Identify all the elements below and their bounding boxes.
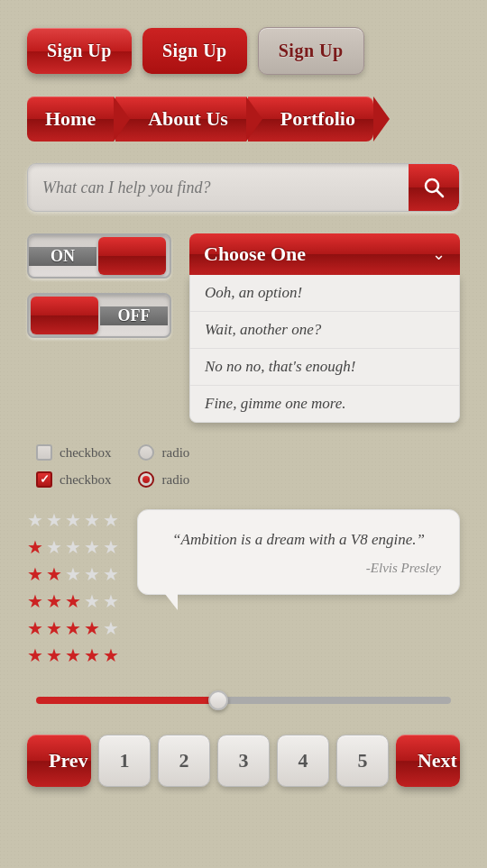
star-5[interactable]: ★ (103, 590, 119, 612)
search-input[interactable] (28, 164, 409, 211)
controls-row: ON OFF Choose One ⌄ Ooh, an option! Wait… (27, 233, 460, 423)
toggle-off-inner: OFF (29, 295, 170, 336)
toggle-off[interactable]: OFF (27, 293, 171, 338)
radio-unchecked-dot (138, 444, 154, 461)
breadcrumb-portfolio[interactable]: Portfolio (248, 96, 373, 142)
toggle-off-label: OFF (100, 306, 168, 325)
star-2[interactable]: ★ (46, 509, 62, 531)
page-button-1[interactable]: 1 (98, 735, 151, 787)
star-2[interactable]: ★ (46, 590, 62, 612)
star-1[interactable]: ★ (27, 644, 43, 666)
toggle-on[interactable]: ON (27, 233, 171, 279)
star-4[interactable]: ★ (84, 617, 100, 639)
star-row-1: ★ ★ ★ ★ ★ (27, 536, 119, 558)
star-4[interactable]: ★ (84, 563, 100, 585)
star-1[interactable]: ★ (27, 617, 43, 639)
checkbox-unchecked-label: checkbox (60, 445, 111, 461)
star-1[interactable]: ★ (27, 590, 43, 612)
toggle-off-knob (31, 297, 98, 334)
star-3[interactable]: ★ (65, 563, 81, 585)
checkbox-column: checkbox checkbox (36, 444, 111, 488)
signup-button-1[interactable]: Sign Up (27, 28, 132, 74)
dropdown-item-3[interactable]: No no no, that's enough! (190, 349, 459, 386)
toggle-on-label: ON (29, 247, 96, 266)
star-1[interactable]: ★ (27, 536, 43, 558)
page-button-5[interactable]: 5 (336, 735, 389, 787)
star-3[interactable]: ★ (65, 536, 81, 558)
star-row-4: ★ ★ ★ ★ ★ (27, 617, 119, 639)
breadcrumb-about-label: About Us (148, 107, 228, 131)
star-3[interactable]: ★ (65, 644, 81, 666)
dropdown-list: Ooh, an option! Wait, another one? No no… (189, 275, 460, 423)
search-button[interactable] (409, 164, 459, 211)
quote-bubble: “Ambition is a dream with a V8 engine.” … (137, 509, 460, 595)
svg-line-1 (437, 191, 444, 197)
radio-unchecked-label: radio (161, 445, 189, 461)
dropdown-header[interactable]: Choose One ⌄ (189, 233, 460, 275)
check-radio-row: checkbox checkbox radio radio (27, 444, 460, 488)
star-4[interactable]: ★ (84, 536, 100, 558)
stars-column: ★ ★ ★ ★ ★ ★ ★ ★ ★ ★ ★ ★ ★ ★ ★ ★ ★ ★ ★ ★ (27, 509, 119, 666)
slider-thumb[interactable] (208, 690, 228, 710)
dropdown-item-2[interactable]: Wait, another one? (190, 312, 459, 349)
prev-button[interactable]: Prev (27, 735, 91, 787)
chevron-down-icon: ⌄ (432, 244, 446, 264)
star-4[interactable]: ★ (84, 644, 100, 666)
star-row-5: ★ ★ ★ ★ ★ (27, 644, 119, 666)
breadcrumb: Home About Us Portfolio (27, 96, 460, 142)
toggle-on-inner: ON (29, 235, 170, 277)
checkbox-unchecked[interactable]: checkbox (36, 444, 111, 461)
star-5[interactable]: ★ (103, 644, 119, 666)
breadcrumb-home-label: Home (45, 107, 96, 131)
checkbox-checked-box (36, 471, 52, 488)
checkbox-checked[interactable]: checkbox (36, 471, 111, 488)
star-2[interactable]: ★ (46, 644, 62, 666)
star-3[interactable]: ★ (65, 617, 81, 639)
dropdown-title: Choose One (204, 242, 306, 266)
star-4[interactable]: ★ (84, 590, 100, 612)
quote-author: -Elvis Presley (156, 561, 441, 576)
star-2[interactable]: ★ (46, 536, 62, 558)
star-3[interactable]: ★ (65, 509, 81, 531)
page-button-4[interactable]: 4 (277, 735, 329, 787)
dropdown-item-1[interactable]: Ooh, an option! (190, 275, 459, 312)
dropdown: Choose One ⌄ Ooh, an option! Wait, anoth… (189, 233, 460, 423)
radio-column: radio radio (138, 444, 189, 488)
toggles-column: ON OFF (27, 233, 171, 338)
star-3[interactable]: ★ (65, 590, 81, 612)
pagination: Prev 1 2 3 4 5 Next (27, 735, 460, 787)
slider-track[interactable] (36, 697, 451, 704)
star-5[interactable]: ★ (103, 509, 119, 531)
star-row-0: ★ ★ ★ ★ ★ (27, 509, 119, 531)
slider-row (27, 688, 460, 713)
search-bar (27, 163, 460, 212)
star-row-3: ★ ★ ★ ★ ★ (27, 590, 119, 612)
star-5[interactable]: ★ (103, 536, 119, 558)
radio-checked-label: radio (161, 472, 189, 488)
radio-unchecked[interactable]: radio (138, 444, 189, 461)
search-icon (423, 177, 445, 198)
page-button-2[interactable]: 2 (158, 735, 210, 787)
breadcrumb-about[interactable]: About Us (115, 96, 246, 142)
breadcrumb-portfolio-label: Portfolio (280, 107, 355, 131)
radio-checked-dot (138, 471, 154, 488)
breadcrumb-home[interactable]: Home (27, 96, 114, 142)
star-4[interactable]: ★ (84, 509, 100, 531)
signup-button-2[interactable]: Sign Up (142, 28, 247, 74)
star-5[interactable]: ★ (103, 617, 119, 639)
star-1[interactable]: ★ (27, 509, 43, 531)
star-row-2: ★ ★ ★ ★ ★ (27, 563, 119, 585)
star-2[interactable]: ★ (46, 563, 62, 585)
radio-checked[interactable]: radio (138, 471, 189, 488)
next-button[interactable]: Next (396, 735, 460, 787)
checkbox-checked-label: checkbox (60, 472, 111, 488)
page-button-3[interactable]: 3 (217, 735, 270, 787)
star-2[interactable]: ★ (46, 617, 62, 639)
button-row-1: Sign Up Sign Up Sign Up (27, 27, 460, 75)
toggle-on-knob (98, 237, 166, 275)
checkbox-unchecked-box (36, 444, 52, 461)
star-5[interactable]: ★ (103, 563, 119, 585)
dropdown-item-4[interactable]: Fine, gimme one more. (190, 386, 459, 422)
star-1[interactable]: ★ (27, 563, 43, 585)
signup-button-3[interactable]: Sign Up (258, 27, 364, 75)
